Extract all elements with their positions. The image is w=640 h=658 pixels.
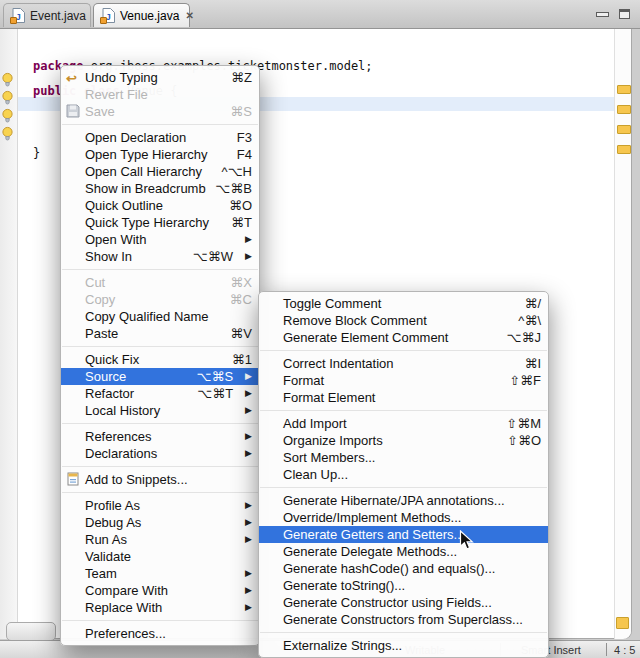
submenu-arrow-icon: ▶ (245, 385, 252, 402)
menu-item-open-declaration[interactable]: Open DeclarationF3 (61, 129, 259, 146)
status-divider (606, 643, 607, 656)
menu-item-show-in[interactable]: Show In⌥⌘W▶ (61, 248, 259, 265)
overview-ruler (614, 29, 631, 639)
menu-item-quick-type-hierarchy[interactable]: Quick Type Hierarchy⌘T (61, 214, 259, 231)
warning-bulb-icon[interactable] (1, 108, 15, 123)
menu-item-references[interactable]: References▶ (61, 428, 259, 445)
submenu-item-generate-constructors-from-superclass[interactable]: Generate Constructors from Superclass... (259, 611, 548, 628)
menu-item-open-with[interactable]: Open With▶ (61, 231, 259, 248)
java-file-icon: J (12, 8, 25, 23)
submenu-arrow-icon: ▶ (245, 565, 252, 582)
submenu-item-organize-imports[interactable]: Organize Imports⇧⌘O (259, 432, 548, 449)
warning-bulb-icon[interactable] (1, 90, 15, 105)
window-edge (632, 28, 640, 658)
submenu-item-remove-block-comment[interactable]: Remove Block Comment^⌘\ (259, 312, 548, 329)
menu-item-quick-outline[interactable]: Quick Outline⌘O (61, 197, 259, 214)
menu-item-cut[interactable]: Cut⌘X (61, 274, 259, 291)
warning-bulb-icon[interactable] (1, 126, 15, 141)
overview-marker[interactable] (617, 125, 631, 134)
menu-item-refactor[interactable]: Refactor⌥⌘T▶ (61, 385, 259, 402)
editor-tab-bar: J Event.java J Venue.java ✕ (0, 0, 640, 29)
submenu-arrow-icon: ▶ (245, 514, 252, 531)
menu-item-copy-qualified-name[interactable]: Copy Qualified Name (61, 308, 259, 325)
menu-item-team[interactable]: Team▶ (61, 565, 259, 582)
menu-item-source[interactable]: Source⌥⌘S▶ (61, 368, 259, 385)
submenu-item-externalize-strings[interactable]: Externalize Strings... (259, 637, 548, 654)
menu-separator (62, 346, 258, 347)
eclipse-editor-window: package org.jboss.examples.ticketmonster… (0, 0, 640, 658)
submenu-arrow-icon: ▶ (245, 531, 252, 548)
submenu-item-format-element[interactable]: Format Element (259, 389, 548, 406)
submenu-item-override-implement-methods[interactable]: Override/Implement Methods... (259, 509, 548, 526)
overview-marker[interactable] (616, 617, 629, 629)
menu-separator (62, 492, 258, 493)
submenu-item-add-import[interactable]: Add Import⇧⌘M (259, 415, 548, 432)
menu-item-compare-with[interactable]: Compare With▶ (61, 582, 259, 599)
submenu-arrow-icon: ▶ (245, 248, 252, 265)
menu-item-save[interactable]: Save⌘S (61, 103, 259, 120)
menu-item-open-type-hierarchy[interactable]: Open Type HierarchyF4 (61, 146, 259, 163)
submenu-item-correct-indentation[interactable]: Correct Indentation⌘I (259, 355, 548, 372)
overview-marker[interactable] (617, 145, 631, 154)
view-controls (596, 0, 630, 28)
submenu-item-toggle-comment[interactable]: Toggle Comment⌘/ (259, 295, 548, 312)
submenu-arrow-icon: ▶ (245, 368, 252, 385)
warning-overlay-icon (100, 17, 107, 24)
submenu-arrow-icon: ▶ (245, 582, 252, 599)
editor-context-menu: ↩Undo Typing⌘Z Revert File Save⌘S Open D… (60, 65, 260, 646)
warning-bulb-icon[interactable] (1, 72, 15, 87)
menu-item-add-to-snippets[interactable]: Add to Snippets... (61, 471, 259, 488)
submenu-arrow-icon: ▶ (245, 445, 252, 462)
submenu-item-sort-members[interactable]: Sort Members... (259, 449, 548, 466)
menu-item-profile-as[interactable]: Profile As▶ (61, 497, 259, 514)
minimize-icon[interactable] (596, 12, 609, 17)
submenu-item-generate-hashcode-and-equals[interactable]: Generate hashCode() and equals()... (259, 560, 548, 577)
menu-item-debug-as[interactable]: Debug As▶ (61, 514, 259, 531)
submenu-item-generate-tostring[interactable]: Generate toString()... (259, 577, 548, 594)
menu-item-replace-with[interactable]: Replace With▶ (61, 599, 259, 616)
source-submenu: Toggle Comment⌘/ Remove Block Comment^⌘\… (258, 291, 549, 658)
menu-item-paste[interactable]: Paste⌘V (61, 325, 259, 342)
tab-event-java[interactable]: J Event.java (3, 3, 91, 27)
menu-separator (260, 410, 547, 411)
menu-item-local-history[interactable]: Local History▶ (61, 402, 259, 419)
submenu-item-generate-constructor-using-fields[interactable]: Generate Constructor using Fields... (259, 594, 548, 611)
menu-item-preferences[interactable]: Preferences... (61, 625, 259, 642)
warning-overlay-icon (10, 17, 17, 24)
menu-item-run-as[interactable]: Run As▶ (61, 531, 259, 548)
submenu-item-generate-getters-and-setters[interactable]: Generate Getters and Setters... (259, 526, 548, 543)
menu-separator (62, 423, 258, 424)
menu-item-quick-fix[interactable]: Quick Fix⌘1 (61, 351, 259, 368)
menu-separator (62, 124, 258, 125)
code-line-closing-brace: } (33, 146, 40, 160)
submenu-item-generate-element-comment[interactable]: Generate Element Comment⌥⌘J (259, 329, 548, 346)
tab-label: Venue.java (120, 9, 179, 23)
menu-item-validate[interactable]: Validate (61, 548, 259, 565)
tab-venue-java[interactable]: J Venue.java ✕ (93, 3, 190, 27)
overview-marker[interactable] (617, 85, 631, 94)
submenu-arrow-icon: ▶ (245, 599, 252, 616)
submenu-item-generate-delegate-methods[interactable]: Generate Delegate Methods... (259, 543, 548, 560)
menu-item-show-in-breadcrumb[interactable]: Show in Breadcrumb⌥⌘B (61, 180, 259, 197)
menu-separator (260, 632, 547, 633)
menu-item-undo-typing[interactable]: ↩Undo Typing⌘Z (61, 69, 259, 86)
menu-separator (260, 350, 547, 351)
mouse-cursor-icon (459, 530, 474, 556)
menu-separator (62, 269, 258, 270)
maximize-icon[interactable] (619, 9, 630, 19)
submenu-item-format[interactable]: Format⇧⌘F (259, 372, 548, 389)
submenu-item-clean-up[interactable]: Clean Up... (259, 466, 548, 483)
tab-label: Event.java (30, 9, 86, 23)
submenu-item-generate-hibernate-jpa-annotations[interactable]: Generate Hibernate/JPA annotations... (259, 492, 548, 509)
status-cursor-position: 4 : 5 (614, 644, 635, 656)
submenu-arrow-icon: ▶ (245, 402, 252, 419)
menu-item-open-call-hierarchy[interactable]: Open Call Hierarchy^⌥H (61, 163, 259, 180)
java-file-icon: J (102, 8, 115, 23)
overview-marker[interactable] (617, 105, 631, 114)
menu-item-revert-file[interactable]: Revert File (61, 86, 259, 103)
submenu-arrow-icon: ▶ (245, 231, 252, 248)
bottom-left-corner-button[interactable] (6, 622, 56, 641)
menu-item-copy[interactable]: Copy⌘C (61, 291, 259, 308)
menu-item-declarations[interactable]: Declarations▶ (61, 445, 259, 462)
tab-close-icon[interactable]: ✕ (185, 10, 193, 21)
